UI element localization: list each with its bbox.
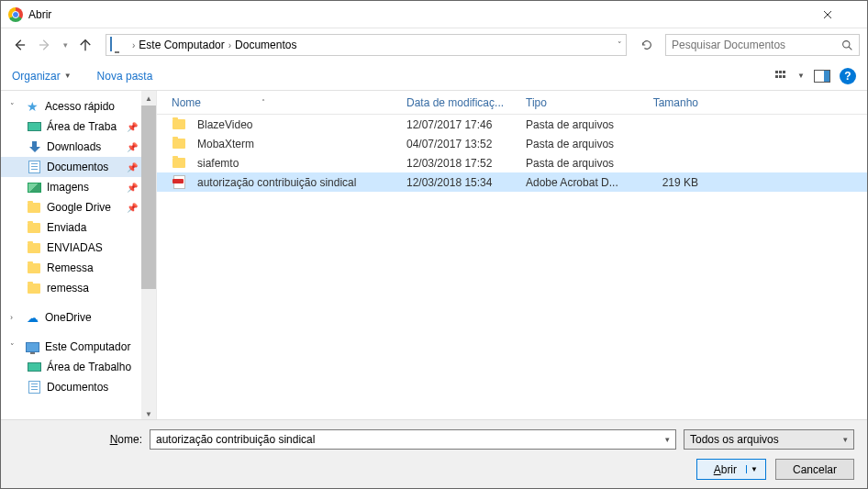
sidebar-thispc[interactable]: ˅ Este Computador — [1, 337, 156, 357]
file-type: Adobe Acrobat D... — [520, 176, 630, 189]
close-button[interactable] — [823, 10, 860, 19]
pin-icon: 📌 — [127, 162, 138, 172]
pdf-icon — [172, 175, 186, 190]
sidebar-documents2[interactable]: Documentos — [1, 377, 156, 397]
folder-icon — [172, 117, 186, 132]
sidebar-onedrive[interactable]: › ☁ OneDrive — [1, 307, 156, 328]
pc-icon — [25, 339, 39, 354]
back-button[interactable] — [8, 34, 30, 56]
label: OneDrive — [45, 311, 92, 324]
sidebar-enviadas[interactable]: ENVIADAS — [1, 238, 156, 258]
sidebar-enviada[interactable]: Enviada — [1, 217, 156, 238]
cancel-button[interactable]: Cancelar — [775, 459, 854, 480]
svg-rect-3 — [783, 71, 785, 73]
breadcrumb[interactable]: › Este Computador › Documentos ˅ — [106, 34, 627, 56]
file-name: siafemto — [197, 157, 239, 170]
file-row[interactable]: BlazeVideo12/07/2017 17:46Pasta de arqui… — [157, 115, 867, 134]
crumb-thispc[interactable]: Este Computador — [139, 39, 224, 51]
filename-combo[interactable]: ▾ — [150, 429, 676, 450]
search-box[interactable] — [665, 34, 860, 56]
desktop-icon — [27, 360, 41, 374]
pin-icon: 📌 — [127, 122, 138, 132]
download-icon — [27, 139, 41, 154]
col-date-header[interactable]: Data de modificaç... — [401, 96, 520, 109]
col-name-label: Nome — [172, 96, 201, 109]
up-button[interactable] — [74, 34, 96, 56]
sidebar-desktop[interactable]: Área de Traba 📌 — [1, 117, 156, 137]
new-folder-button[interactable]: Nova pasta — [97, 70, 153, 83]
search-input[interactable] — [672, 39, 841, 51]
open-button[interactable]: Abrir ▼ — [696, 459, 766, 480]
svg-rect-6 — [783, 75, 785, 78]
sidebar-quick-access[interactable]: ˅ ★ Acesso rápido — [1, 96, 156, 117]
collapse-icon[interactable]: ˅ — [10, 342, 19, 351]
filename-input[interactable] — [156, 433, 665, 446]
organize-menu[interactable]: Organizar ▼ — [12, 70, 72, 83]
col-name-header[interactable]: Nome ˄ — [166, 96, 401, 109]
open-split-dropdown[interactable]: ▼ — [746, 465, 762, 473]
file-date: 12/07/2017 17:46 — [401, 118, 520, 131]
file-list: Nome ˄ Data de modificaç... Tipo Tamanho… — [157, 91, 867, 421]
sidebar-remessa2[interactable]: remessa — [1, 278, 156, 298]
chevron-down-icon[interactable]: ▾ — [665, 435, 670, 444]
star-icon: ★ — [25, 99, 39, 114]
chevron-right-icon: › — [228, 40, 231, 50]
folder-icon — [27, 220, 41, 235]
sidebar-remessa1[interactable]: Remessa — [1, 258, 156, 278]
col-size-header[interactable]: Tamanho — [630, 96, 704, 109]
window-title: Abrir — [28, 8, 823, 21]
folder-icon — [27, 200, 41, 215]
file-row[interactable]: siafemto12/03/2018 17:52Pasta de arquivo… — [157, 153, 867, 172]
label: Imagens — [47, 181, 89, 194]
filename-label: Nome: — [14, 433, 142, 446]
document-icon — [27, 160, 41, 174]
crumb-documents[interactable]: Documentos — [235, 39, 296, 51]
file-date: 12/03/2018 15:34 — [401, 176, 520, 189]
label: Downloads — [47, 140, 101, 153]
sidebar-scrollbar[interactable]: ▲ ▼ — [141, 91, 156, 421]
sidebar-images[interactable]: Imagens 📌 — [1, 177, 156, 197]
breadcrumb-dropdown[interactable]: ˅ — [618, 40, 622, 50]
label: Enviada — [47, 221, 86, 234]
refresh-button[interactable] — [636, 34, 658, 56]
pin-icon: 📌 — [127, 183, 138, 193]
folder-icon — [27, 240, 41, 255]
sidebar-gdrive[interactable]: Google Drive 📌 — [1, 197, 156, 217]
footer: Nome: ▾ Todos os arquivos ▾ Abrir ▼ Canc… — [1, 419, 867, 488]
sidebar-desktop2[interactable]: Área de Trabalho — [1, 357, 156, 377]
label: Remessa — [47, 261, 94, 274]
file-row[interactable]: autorização contribuição sindical12/03/2… — [157, 172, 867, 192]
scroll-up-icon[interactable]: ▲ — [141, 91, 156, 106]
svg-rect-8 — [824, 71, 829, 82]
label: Documentos — [47, 381, 108, 394]
view-mode-button[interactable]: ▼ — [774, 69, 805, 83]
sidebar-documents[interactable]: Documentos 📌 — [1, 157, 156, 177]
navbar: ▾ › Este Computador › Documentos ˅ — [1, 28, 867, 61]
recent-dropdown[interactable]: ▾ — [60, 34, 71, 56]
toolbar: Organizar ▼ Nova pasta ▼ ? — [1, 61, 867, 91]
file-filter-combo[interactable]: Todos os arquivos ▾ — [684, 429, 854, 450]
pin-icon: 📌 — [127, 203, 138, 213]
file-date: 04/07/2017 13:52 — [401, 138, 520, 150]
file-date: 12/03/2018 17:52 — [401, 157, 520, 170]
folder-icon — [172, 156, 186, 171]
folder-icon — [172, 137, 186, 151]
folder-icon — [27, 261, 41, 275]
expand-icon[interactable]: › — [10, 313, 19, 322]
forward-button[interactable] — [34, 34, 56, 56]
scrollbar-thumb[interactable] — [141, 106, 156, 289]
new-folder-label: Nova pasta — [97, 70, 153, 83]
cloud-icon: ☁ — [25, 310, 39, 325]
file-row[interactable]: MobaXterm04/07/2017 13:52Pasta de arquiv… — [157, 134, 867, 153]
help-button[interactable]: ? — [840, 68, 856, 84]
file-type: Pasta de arquivos — [520, 157, 630, 170]
pc-icon — [110, 38, 125, 52]
titlebar: Abrir — [1, 1, 867, 28]
sort-indicator-icon: ˄ — [262, 98, 265, 106]
label: Este Computador — [45, 340, 130, 353]
col-type-header[interactable]: Tipo — [520, 96, 630, 109]
preview-pane-button[interactable] — [814, 70, 830, 83]
label: ENVIADAS — [47, 241, 103, 254]
collapse-icon[interactable]: ˅ — [10, 102, 19, 111]
sidebar-downloads[interactable]: Downloads 📌 — [1, 137, 156, 157]
